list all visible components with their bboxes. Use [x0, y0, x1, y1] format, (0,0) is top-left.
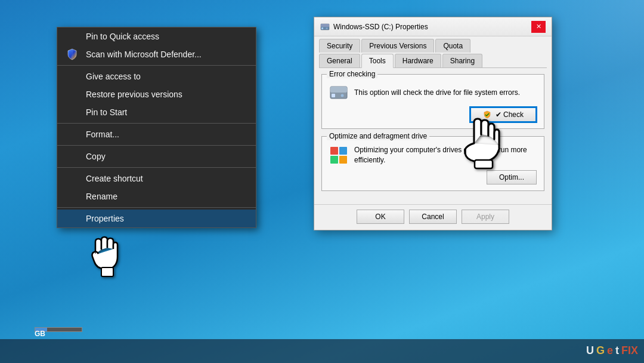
tab-container-row1: Security Previous Versions Quota — [314, 36, 552, 53]
cancel-button[interactable]: Cancel — [409, 210, 457, 224]
drive-size-label: GB — [35, 330, 45, 338]
menu-item-scan-label: Scan with Microsoft Defender... — [86, 50, 202, 59]
menu-item-pin-start[interactable]: Pin to Start — [57, 103, 256, 121]
tab-quota[interactable]: Quota — [435, 39, 470, 53]
svg-rect-10 — [339, 147, 347, 155]
tab-row-1: Security Previous Versions Quota — [319, 39, 547, 53]
tab-previous-versions[interactable]: Previous Versions — [361, 39, 434, 53]
menu-item-give-access-label: Give access to — [86, 72, 141, 81]
svg-rect-11 — [330, 156, 338, 164]
menu-item-create-shortcut[interactable]: Create shortcut — [57, 170, 256, 187]
separator-5 — [57, 207, 256, 208]
svg-point-8 — [340, 94, 344, 97]
tab-tools[interactable]: Tools — [361, 54, 394, 68]
context-menu: Pin to Quick access Scan with Microsoft … — [57, 27, 256, 228]
menu-item-properties-label: Properties — [86, 214, 124, 223]
separator-1 — [57, 65, 256, 66]
error-check-description: This option will check the drive for fil… — [354, 88, 537, 98]
svg-rect-7 — [332, 94, 335, 97]
tab-container-row2: General Tools Hardware Sharing — [314, 53, 552, 68]
svg-rect-9 — [330, 147, 338, 155]
svg-rect-2 — [321, 24, 329, 27]
svg-rect-6 — [330, 87, 347, 93]
menu-item-restore[interactable]: Restore previous versions — [57, 85, 256, 103]
menu-item-copy-label: Copy — [86, 152, 106, 161]
watermark-e: e — [607, 344, 613, 357]
menu-item-pin-start-label: Pin to Start — [86, 107, 127, 117]
optimize-button[interactable]: Optim... — [487, 170, 537, 184]
svg-rect-3 — [321, 27, 323, 29]
menu-item-create-shortcut-label: Create shortcut — [86, 174, 143, 183]
menu-item-restore-label: Restore previous versions — [86, 90, 182, 99]
optimize-button-label: Optim... — [499, 173, 524, 182]
ok-label: OK — [375, 213, 385, 221]
menu-item-pin-quick[interactable]: Pin to Quick access — [57, 27, 256, 45]
check-button[interactable]: ✔ Check — [470, 107, 537, 122]
error-check-btn-row: ✔ Check — [329, 107, 537, 122]
ok-button[interactable]: OK — [357, 210, 404, 224]
dialog-footer: OK Cancel Apply — [314, 204, 552, 230]
menu-item-format[interactable]: Format... — [57, 125, 256, 143]
watermark-g: G — [596, 344, 605, 357]
watermark-u: U — [586, 344, 594, 357]
separator-3 — [57, 145, 256, 146]
defrag-btn-row: Optim... — [329, 170, 537, 184]
defrag-description: Optimizing your computer's drives can he… — [354, 145, 537, 165]
apply-label: Apply — [476, 213, 494, 221]
dialog-titlebar: Windows-SSD (C:) Properties ✕ — [314, 17, 552, 36]
error-checking-label: Error checking — [327, 70, 377, 78]
defrag-icon — [329, 146, 348, 165]
menu-item-scan-defender[interactable]: Scan with Microsoft Defender... — [57, 45, 256, 63]
tab-security[interactable]: Security — [319, 39, 360, 53]
menu-item-properties[interactable]: Properties — [57, 210, 256, 227]
menu-item-give-access[interactable]: Give access to — [57, 67, 256, 85]
taskbar — [0, 339, 644, 363]
properties-dialog: Windows-SSD (C:) Properties ✕ Security P… — [314, 17, 552, 230]
watermark-t: t — [615, 344, 619, 357]
tab-sharing[interactable]: Sharing — [442, 54, 482, 67]
tab-hardware[interactable]: Hardware — [395, 54, 441, 67]
svg-point-4 — [326, 27, 328, 29]
separator-2 — [57, 123, 256, 124]
error-checking-section: Error checking This option will check th… — [321, 74, 544, 129]
menu-item-copy[interactable]: Copy — [57, 147, 256, 165]
svg-rect-12 — [339, 156, 347, 164]
defrag-label: Optimize and defragment drive — [327, 132, 429, 140]
check-shield-icon — [483, 110, 491, 119]
cancel-label: Cancel — [422, 213, 444, 221]
dialog-title-text: Windows-SSD (C:) Properties — [333, 23, 428, 31]
error-check-drive-icon — [329, 83, 348, 102]
error-checking-content: This option will check the drive for fil… — [329, 83, 537, 102]
dialog-title-group: Windows-SSD (C:) Properties — [320, 22, 428, 32]
menu-item-rename-label: Rename — [86, 192, 117, 201]
shield-icon — [66, 48, 79, 61]
defrag-section: Optimize and defragment drive Optimizing… — [321, 136, 544, 191]
dialog-close-button[interactable]: ✕ — [531, 21, 546, 33]
check-button-label: ✔ Check — [496, 110, 524, 119]
menu-item-format-label: Format... — [86, 130, 119, 139]
dialog-tools-content: Error checking This option will check th… — [314, 68, 552, 204]
watermark-fix: FIX — [621, 344, 638, 357]
defrag-content: Optimizing your computer's drives can he… — [329, 145, 537, 165]
drive-icon — [320, 22, 330, 32]
menu-item-pin-quick-label: Pin to Quick access — [86, 32, 159, 41]
menu-item-rename[interactable]: Rename — [57, 187, 256, 205]
watermark: U G e t FIX — [586, 344, 638, 357]
tab-row-2: General Tools Hardware Sharing — [319, 54, 547, 67]
separator-4 — [57, 167, 256, 168]
tab-general[interactable]: General — [319, 54, 360, 67]
apply-button[interactable]: Apply — [462, 210, 509, 224]
